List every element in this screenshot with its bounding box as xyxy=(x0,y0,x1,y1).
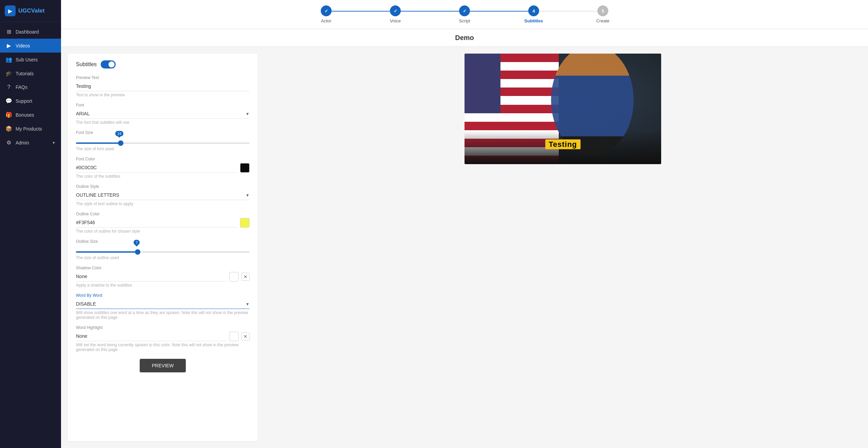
video-preview: Testing xyxy=(465,54,661,164)
outline-size-hint: The size of outline used xyxy=(76,255,250,260)
step-circle-voice: ✓ xyxy=(390,5,401,16)
step-circle-create: 5 xyxy=(597,5,608,16)
sidebar-item-faqs[interactable]: ? FAQs xyxy=(0,80,61,94)
step-circle-actor: ✓ xyxy=(321,5,332,16)
step-label-subtitles: Subtitles xyxy=(525,18,543,23)
subtitles-toggle[interactable] xyxy=(101,60,116,69)
font-size-thumb-label: 24 xyxy=(115,131,123,136)
subtitles-toggle-row: Subtitles xyxy=(76,60,250,69)
font-size-group: Font Size 24 The size of font used xyxy=(76,130,250,151)
word-by-word-select-wrapper: DISABLE ENABLE ▼ xyxy=(76,299,250,309)
word-by-word-group: Word By Word DISABLE ENABLE ▼ Will show … xyxy=(76,293,250,320)
bonuses-icon: 🎁 xyxy=(5,112,12,118)
outline-style-label: Outline Style xyxy=(76,184,250,189)
sidebar-item-dashboard[interactable]: ⊞ Dashboard xyxy=(0,25,61,39)
logo: ▶ UGCValet xyxy=(0,0,61,22)
word-highlight-clear-button[interactable]: ✕ xyxy=(241,332,250,340)
font-size-label: Font Size xyxy=(76,130,250,135)
font-label: Font xyxy=(76,103,250,108)
step-circle-script: ✓ xyxy=(459,5,470,16)
font-color-swatch[interactable] xyxy=(240,163,250,173)
outline-color-swatch[interactable] xyxy=(240,218,250,228)
preview-button[interactable]: PREVIEW xyxy=(140,359,186,372)
wizard-step-actor[interactable]: ✓ Actor xyxy=(292,5,361,23)
shadow-color-clear-button[interactable]: ✕ xyxy=(241,273,250,281)
page-title: Demo xyxy=(61,34,868,42)
page-title-bar: Demo xyxy=(61,29,868,47)
dashboard-icon: ⊞ xyxy=(5,28,12,35)
sidebar-item-sub-users[interactable]: 👥 Sub Users xyxy=(0,53,61,66)
content-area: Subtitles Preview Text Text to show in t… xyxy=(61,47,868,448)
font-select[interactable]: ARIAL HELVETICA TIMES NEW ROMAN GEORGIA … xyxy=(76,109,250,119)
outline-style-hint: The style of text outline to apply xyxy=(76,201,250,206)
outline-color-input[interactable] xyxy=(76,218,237,228)
main-content: ✓ Actor ✓ Voice ✓ Script 4 Subtitles 5 C… xyxy=(61,0,868,448)
shadow-color-row: ✕ xyxy=(76,272,250,281)
word-highlight-swatch[interactable] xyxy=(229,332,239,341)
my-products-icon: 📦 xyxy=(5,125,12,132)
step-circle-subtitles: 4 xyxy=(528,5,539,16)
shadow-color-swatch[interactable] xyxy=(229,272,239,281)
word-by-word-hint: Will show subtitles one word at a time a… xyxy=(76,310,250,320)
outline-color-row xyxy=(76,218,250,228)
sidebar-nav: ⊞ Dashboard ▶ Videos 👥 Sub Users 🎓 Tutor… xyxy=(0,22,61,448)
word-highlight-hint: Will set the word being currently spoken… xyxy=(76,343,250,352)
wizard-step-script[interactable]: ✓ Script xyxy=(430,5,499,23)
step-label-actor: Actor xyxy=(321,18,331,23)
wizard-step-voice[interactable]: ✓ Voice xyxy=(361,5,430,23)
outline-size-thumb-label: 7 xyxy=(134,240,140,245)
shadow-color-label: Shadow Color xyxy=(76,266,250,270)
step-label-script: Script xyxy=(459,18,470,23)
font-group: Font ARIAL HELVETICA TIMES NEW ROMAN GEO… xyxy=(76,103,250,125)
sidebar-item-my-products[interactable]: 📦 My Products xyxy=(0,122,61,136)
outline-color-group: Outline Color The color of outline for c… xyxy=(76,212,250,234)
word-by-word-select[interactable]: DISABLE ENABLE xyxy=(76,299,250,309)
word-by-word-label: Word By Word xyxy=(76,293,250,298)
font-color-row xyxy=(76,163,250,173)
outline-color-label: Outline Color xyxy=(76,212,250,216)
outline-size-label: Outline Size xyxy=(76,239,250,244)
support-icon: 💬 xyxy=(5,98,12,104)
wizard-step-create[interactable]: 5 Create xyxy=(568,5,637,23)
sidebar-item-bonuses[interactable]: 🎁 Bonuses xyxy=(0,108,61,122)
font-size-slider[interactable] xyxy=(76,142,250,144)
admin-chevron-icon: ▼ xyxy=(52,141,56,145)
logo-text: UGCValet xyxy=(18,7,44,14)
video-panel: Testing xyxy=(264,54,861,441)
wizard-step-subtitles[interactable]: 4 Subtitles xyxy=(499,5,568,23)
word-highlight-group: Word Highlight ✕ Will set the word being… xyxy=(76,325,250,352)
sidebar-item-videos[interactable]: ▶ Videos xyxy=(0,39,61,53)
font-color-label: Font Color xyxy=(76,157,250,161)
subtitle-text: Testing xyxy=(545,139,580,149)
word-highlight-input[interactable] xyxy=(76,331,226,341)
preview-text-hint: Text to show in the preview xyxy=(76,93,250,97)
wizard-bar: ✓ Actor ✓ Voice ✓ Script 4 Subtitles 5 C… xyxy=(61,0,868,29)
shadow-color-hint: Apply a shadow to the subtitles xyxy=(76,283,250,288)
font-size-slider-container: 24 xyxy=(76,139,250,145)
outline-style-select[interactable]: NONE OUTLINE LETTERS DROP SHADOW RAISED … xyxy=(76,190,250,200)
font-color-hint: The color of the subtitles xyxy=(76,174,250,179)
video-inner: Testing xyxy=(465,54,661,164)
outline-style-select-wrapper: NONE OUTLINE LETTERS DROP SHADOW RAISED … xyxy=(76,190,250,200)
shadow-color-group: Shadow Color ✕ Apply a shadow to the sub… xyxy=(76,266,250,288)
videos-icon: ▶ xyxy=(5,42,12,49)
font-hint: The font that subtitles will use xyxy=(76,120,250,125)
wizard-steps: ✓ Actor ✓ Voice ✓ Script 4 Subtitles 5 C… xyxy=(278,5,651,29)
shadow-color-input[interactable] xyxy=(76,272,226,281)
outline-size-group: Outline Size 7 The size of outline used xyxy=(76,239,250,260)
sidebar-item-support[interactable]: 💬 Support xyxy=(0,94,61,108)
outline-color-hint: The color of outline for chosen style xyxy=(76,229,250,234)
font-color-input[interactable] xyxy=(76,163,237,173)
step-label-create: Create xyxy=(596,18,609,23)
admin-icon: ⚙ xyxy=(5,139,12,146)
subtitles-toggle-label: Subtitles xyxy=(76,61,97,67)
form-panel: Subtitles Preview Text Text to show in t… xyxy=(68,54,258,441)
font-size-hint: The size of font used xyxy=(76,147,250,151)
sidebar: ▶ UGCValet ⊞ Dashboard ▶ Videos 👥 Sub Us… xyxy=(0,0,61,448)
sidebar-item-admin[interactable]: ⚙ Admin ▼ xyxy=(0,136,61,150)
tutorials-icon: 🎓 xyxy=(5,70,12,77)
preview-button-row: PREVIEW xyxy=(76,359,250,372)
preview-text-input[interactable] xyxy=(76,81,250,91)
outline-size-slider[interactable] xyxy=(76,251,250,253)
sidebar-item-tutorials[interactable]: 🎓 Tutorials xyxy=(0,66,61,80)
